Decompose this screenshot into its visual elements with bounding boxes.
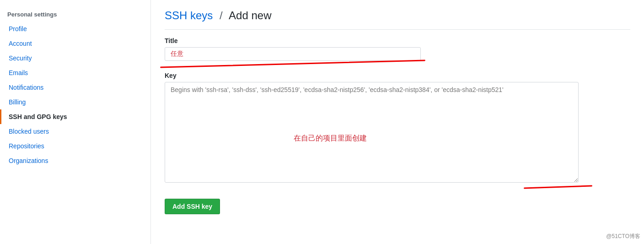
add-ssh-key-button[interactable]: Add SSH key — [165, 199, 220, 214]
annotation-line-title — [160, 60, 425, 68]
sidebar-item-label: Notifications — [9, 84, 43, 91]
watermark: @51CTO博客 — [606, 233, 640, 240]
page-title-link[interactable]: SSH keys — [165, 9, 213, 22]
main-content: SSH keys / Add new Title Key 在自己的项目里面创建 … — [151, 0, 644, 244]
title-input[interactable] — [165, 47, 421, 61]
key-textarea[interactable] — [165, 82, 579, 183]
sidebar-item-label: Blocked users — [9, 128, 49, 135]
key-form-group: Key 在自己的项目里面创建 — [165, 72, 630, 184]
title-label: Title — [165, 37, 630, 44]
sidebar-item-ssh[interactable]: SSH and GPG keys — [0, 109, 150, 124]
key-textarea-wrapper: 在自己的项目里面创建 — [165, 82, 579, 184]
sidebar-item-blocked[interactable]: Blocked users — [0, 124, 150, 139]
sidebar-item-label: Organizations — [9, 157, 48, 164]
sidebar: Personal settings Profile Account Securi… — [0, 0, 151, 244]
sidebar-item-organizations[interactable]: Organizations — [0, 153, 150, 168]
sidebar-item-label: Emails — [9, 69, 28, 76]
sidebar-item-label: Account — [9, 40, 32, 47]
key-label: Key — [165, 72, 630, 79]
sidebar-item-label: Security — [9, 54, 32, 62]
sidebar-item-account[interactable]: Account — [0, 36, 150, 51]
sidebar-item-security[interactable]: Security — [0, 51, 150, 65]
title-form-group: Title — [165, 37, 630, 61]
sidebar-item-billing[interactable]: Billing — [0, 95, 150, 109]
sidebar-item-emails[interactable]: Emails — [0, 65, 150, 80]
title-field-wrapper — [165, 47, 421, 61]
annotation-line-textarea — [524, 185, 592, 189]
page-title-static: Add new — [229, 9, 271, 22]
sidebar-item-label: Billing — [9, 98, 26, 106]
sidebar-item-profile[interactable]: Profile — [0, 22, 150, 36]
page-title-separator: / — [220, 9, 223, 22]
sidebar-header: Personal settings — [0, 7, 150, 22]
sidebar-item-label: SSH and GPG keys — [9, 113, 67, 120]
sidebar-item-label: Repositories — [9, 142, 44, 150]
sidebar-item-notifications[interactable]: Notifications — [0, 80, 150, 95]
sidebar-item-label: Profile — [9, 25, 27, 33]
sidebar-item-repositories[interactable]: Repositories — [0, 139, 150, 153]
page-title: SSH keys / Add new — [165, 9, 630, 30]
